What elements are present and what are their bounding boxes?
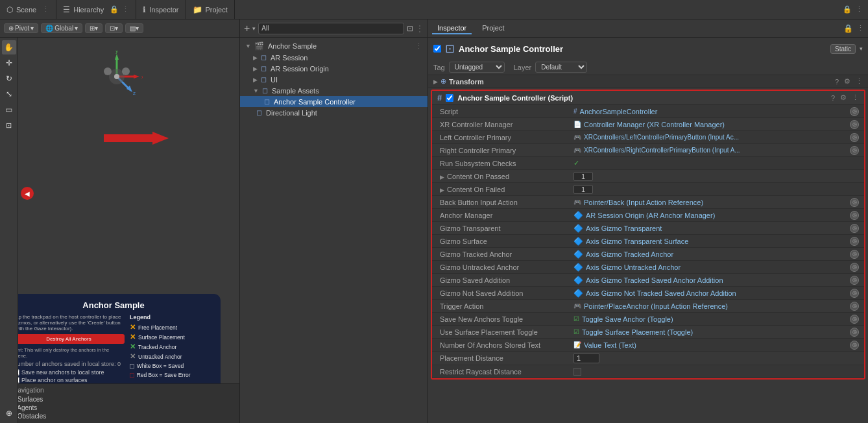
failed-foldout[interactable]: ▶: [440, 187, 444, 193]
anchor-mgr-btn[interactable]: ◎: [850, 211, 859, 220]
anchors-text-value[interactable]: Value Text (Text): [584, 341, 636, 349]
script-header: # Anchor Sample Controller (Script) ? ⚙ …: [432, 91, 864, 105]
inspector-lock-icon[interactable]: 🔒: [843, 5, 852, 14]
transform-section-header[interactable]: ▶ ⊕ Transform ? ⚙ ⋮: [428, 75, 868, 88]
hier-sample-assets[interactable]: ▼ ◻ Sample Assets: [240, 85, 428, 96]
gizmo-t-btn[interactable]: ◎: [850, 224, 859, 233]
save-toggle-btn[interactable]: ◎: [850, 315, 859, 324]
move-tool[interactable]: ✛: [2, 56, 16, 70]
left-ctrl-btn[interactable]: ◎: [850, 133, 859, 142]
layout-button2[interactable]: ⊡▾: [105, 23, 123, 33]
surface-toggle-value[interactable]: Toggle Surface Placement (Toggle): [582, 328, 693, 336]
inspector-tab[interactable]: ℹ Inspector: [136, 0, 186, 19]
insp-lock-icon[interactable]: 🔒: [843, 24, 853, 33]
layout-button3[interactable]: ▤▾: [125, 23, 143, 33]
trigger-btn[interactable]: ◎: [850, 302, 859, 311]
scale-tool[interactable]: ⤡: [2, 87, 16, 101]
gizmo-t-value[interactable]: Axis Gizmo Transparent: [586, 224, 662, 232]
root-menu[interactable]: ⋮: [415, 42, 422, 51]
transform-tool[interactable]: ⊡: [2, 118, 16, 132]
inspector-tab-label[interactable]: Inspector: [432, 23, 472, 34]
agents-item[interactable]: ▶ Agents: [5, 404, 234, 412]
prop-gizmo-untracked: Gizmo Untracked Anchor 🔷 Axis Gizmo Untr…: [432, 261, 864, 274]
back-btn-target[interactable]: ◎: [850, 198, 859, 207]
surface-toggle-btn[interactable]: ◎: [850, 328, 859, 337]
hierarchy-tab[interactable]: ☰ Hierarchy 🔒 ⋮: [56, 0, 136, 19]
gizmo-nsa-btn[interactable]: ◎: [850, 289, 859, 298]
xr-value[interactable]: Controller Manager (XR Controller Manage…: [584, 121, 725, 128]
script-help[interactable]: ?: [831, 94, 835, 102]
script-target-btn[interactable]: ◎: [850, 107, 859, 116]
right-ctrl-btn[interactable]: ◎: [850, 146, 859, 155]
hier-options[interactable]: ⋮: [416, 24, 424, 33]
placement-distance-input[interactable]: [573, 353, 599, 363]
surfaces-item[interactable]: ▶ Surfaces: [5, 395, 234, 404]
obstacles-item[interactable]: ▶ Obstacles: [5, 412, 234, 420]
left-ctrl-value[interactable]: XRControllers/LeftControllerPrimaryButto…: [584, 134, 739, 141]
script-settings[interactable]: ⚙: [840, 93, 847, 102]
anchors-text-btn[interactable]: ◎: [850, 341, 859, 350]
script-value[interactable]: AnchorSampleController: [580, 108, 658, 115]
tag-select[interactable]: Untagged: [449, 62, 505, 73]
layout-button1[interactable]: ⊞▾: [85, 23, 102, 33]
add-arrow[interactable]: ▾: [252, 25, 256, 32]
ar-origin-icon: ◻: [261, 64, 267, 73]
script-name: Anchor Sample Controller (Script): [457, 94, 828, 102]
right-ctrl-value[interactable]: XRControllers/RightControllerPrimaryButt…: [584, 147, 740, 154]
xr-target-btn[interactable]: ◎: [850, 120, 859, 129]
script-menu[interactable]: ⋮: [852, 93, 859, 102]
global-button[interactable]: 🌐 Global ▾: [41, 23, 82, 33]
transform-help[interactable]: ?: [835, 78, 839, 86]
hierarchy-search[interactable]: [258, 23, 404, 34]
hier-anchor-controller[interactable]: ◻ Anchor Sample Controller: [240, 96, 428, 107]
layer-select[interactable]: Default: [535, 62, 587, 73]
prop-run-subsystem: Run Subsystem Checks ✓: [432, 157, 864, 170]
transform-menu[interactable]: ⋮: [856, 77, 863, 86]
save-toggle-value[interactable]: Toggle Save Anchor (Toggle): [582, 315, 673, 323]
rect-tool[interactable]: ▭: [2, 103, 16, 117]
passed-foldout[interactable]: ▶: [440, 174, 444, 180]
hier-ar-session[interactable]: ▶ ◻ AR Session: [240, 52, 428, 63]
hier-anchor-sample[interactable]: ▼ 🎬 Anchor Sample ⋮: [240, 40, 428, 52]
pivot-button[interactable]: ⊕ Pivot ▾: [4, 23, 38, 33]
hier-ui[interactable]: ▶ ◻ UI: [240, 74, 428, 85]
gizmo-tr-btn[interactable]: ◎: [850, 250, 859, 259]
svg-point-11: [104, 67, 112, 75]
hier-icon-btn[interactable]: ⊡: [407, 24, 413, 33]
gizmo-nsa-icon: 🔷: [573, 289, 583, 298]
trigger-value[interactable]: Pointer/PlaceAnchor (Input Action Refere…: [584, 302, 728, 310]
gizmo-s-btn[interactable]: ◎: [850, 237, 859, 246]
hier-ar-session-origin[interactable]: ▶ ◻ AR Session Origin: [240, 63, 428, 74]
gizmo-ut-btn[interactable]: ◎: [850, 263, 859, 272]
static-button[interactable]: Static: [830, 44, 856, 54]
add-button[interactable]: +: [244, 23, 250, 34]
extra-tool[interactable]: ⊕: [2, 406, 16, 420]
insp-menu-icon[interactable]: ⋮: [857, 24, 864, 32]
rotate-tool[interactable]: ↻: [2, 71, 16, 86]
project-tab[interactable]: 📁 Project: [186, 0, 235, 19]
back-btn-value[interactable]: Pointer/Back (Input Action Reference): [584, 199, 703, 206]
gizmo-tr-value[interactable]: Axis Gizmo Tracked Anchor: [586, 250, 673, 258]
hier-lock-icon[interactable]: 🔒: [110, 5, 119, 14]
script-enabled-checkbox[interactable]: [446, 94, 453, 102]
back-button[interactable]: ◀: [21, 187, 34, 200]
transform-settings[interactable]: ⚙: [844, 77, 850, 86]
scene-menu-icon[interactable]: ⋮: [42, 5, 49, 14]
restrict-checkbox[interactable]: [573, 368, 581, 376]
anchor-mgr-value[interactable]: AR Session Origin (AR Anchor Manager): [586, 212, 715, 219]
static-arrow[interactable]: ▾: [860, 45, 863, 52]
project-tab-label[interactable]: Project: [477, 23, 509, 34]
hier-directional-light[interactable]: ◻ Directional Light: [240, 107, 428, 118]
gizmo-sa-btn[interactable]: ◎: [850, 276, 859, 285]
gizmo-ut-value[interactable]: Axis Gizmo Untracked Anchor: [586, 263, 681, 271]
hierarchy-toolbar: + ▾ ⊡ ⋮: [240, 19, 428, 38]
scene-tab[interactable]: ⬡ Scene ⋮: [0, 0, 56, 19]
component-enabled-checkbox[interactable]: [433, 45, 441, 53]
gizmo-s-value[interactable]: Axis Gizmo Transparent Surface: [586, 237, 688, 245]
gizmo-sa-value[interactable]: Axis Gizmo Tracked Saved Anchor Addition: [586, 276, 723, 284]
gizmo-nsa-value[interactable]: Axis Gizmo Not Tracked Saved Anchor Addi…: [586, 289, 736, 297]
hand-tool[interactable]: ✋: [2, 40, 16, 54]
hier-menu-icon[interactable]: ⋮: [122, 5, 129, 14]
inspector-menu-icon[interactable]: ⋮: [856, 5, 863, 14]
destroy-btn[interactable]: Destroy All Anchors: [13, 334, 125, 344]
